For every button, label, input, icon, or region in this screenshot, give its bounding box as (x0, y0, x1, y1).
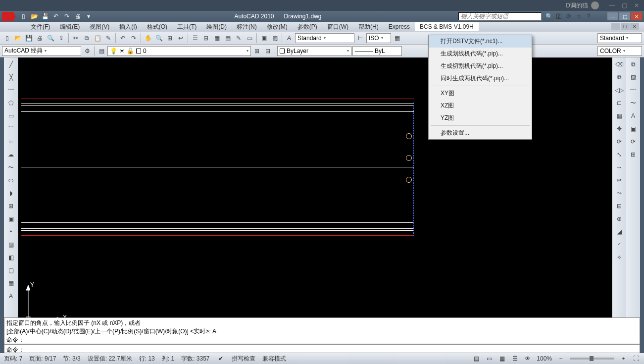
move-icon[interactable]: ✥ (614, 124, 624, 134)
polyline-icon[interactable]: 〰 (6, 85, 16, 95)
os-max-icon[interactable]: ▢ (622, 2, 627, 9)
command-input[interactable] (30, 346, 104, 353)
ellipse-icon[interactable]: ⬭ (6, 175, 16, 185)
pedit-icon[interactable]: 〰 (628, 85, 638, 95)
menu-file[interactable]: 文件(F) (26, 22, 55, 32)
save-icon[interactable]: 💾 (24, 33, 34, 43)
menu-insert[interactable]: 插入(I) (114, 22, 142, 32)
menu-gen-both[interactable]: 同时生成两机代码(*.pip)... (429, 72, 532, 85)
zoom-in-icon[interactable]: + (619, 355, 627, 363)
doc-min-button[interactable]: — (611, 23, 620, 30)
line-icon[interactable]: ╱ (6, 59, 16, 69)
print-icon[interactable]: 🖨 (73, 12, 82, 21)
search-binoculars-icon[interactable]: 🔍 (545, 12, 553, 20)
ellipsearc-icon[interactable]: ◗ (6, 188, 16, 198)
region-icon[interactable]: ▢ (6, 265, 16, 275)
designcenter-icon[interactable]: ⊟ (201, 33, 211, 43)
menu-help[interactable]: 帮助(H) (353, 22, 384, 32)
open-icon[interactable]: 📂 (30, 12, 39, 21)
menu-window[interactable]: 窗口(W) (322, 22, 353, 32)
point-icon[interactable]: • (6, 227, 16, 237)
chamfer-icon[interactable]: ◢ (614, 227, 624, 237)
text-icon[interactable]: A (284, 33, 294, 43)
xline-icon[interactable]: ╳ (6, 72, 16, 82)
rectangle-icon[interactable]: ▭ (6, 111, 16, 121)
maximize-button[interactable]: ▢ (619, 12, 630, 20)
view-web-icon[interactable]: ▦ (498, 355, 506, 363)
new-icon[interactable]: ▯ (2, 33, 12, 43)
menu-bcs-bms[interactable]: BCS & BMS V1.09H (415, 22, 479, 31)
open-icon[interactable]: 📂 (13, 33, 23, 43)
menu-xy-view[interactable]: XY图 (429, 87, 532, 100)
table-style-combo[interactable]: Standard ▾ (597, 33, 642, 43)
draworder-icon[interactable]: ⧉ (628, 59, 638, 69)
menu-format[interactable]: 格式(O) (142, 22, 172, 32)
menu-open-dstv[interactable]: 打开DSTV文件(*.nc1)... (429, 35, 532, 48)
gradient-icon[interactable]: ◧ (6, 253, 16, 262)
key-icon[interactable]: ⚿ (555, 12, 563, 20)
offset-icon[interactable]: ⊏ (614, 98, 624, 108)
infocenter-search-input[interactable] (458, 12, 542, 21)
splinedit-icon[interactable]: 〜 (628, 98, 638, 108)
hatch-icon[interactable]: ▨ (270, 33, 280, 43)
menu-view[interactable]: 视图(V) (85, 22, 114, 32)
copy-icon[interactable]: ⧉ (82, 33, 92, 43)
view-print-icon[interactable]: ▤ (472, 355, 480, 363)
makeblock-icon[interactable]: ▣ (6, 214, 16, 224)
erase-icon[interactable]: ⌫ (614, 59, 624, 69)
toolpalette-icon[interactable]: ▦ (212, 33, 222, 43)
redo-icon[interactable]: ↷ (129, 33, 139, 43)
arc-icon[interactable]: ⌒ (6, 124, 16, 134)
menu-modify[interactable]: 修改(M) (262, 22, 293, 32)
join-icon[interactable]: ⊕ (614, 214, 624, 224)
pan-icon[interactable]: ✋ (143, 33, 153, 43)
doc-restore-button[interactable]: ❐ (621, 23, 630, 30)
stretch-icon[interactable]: ↔ (614, 162, 624, 172)
circle-icon[interactable]: ○ (6, 137, 16, 147)
zoom-win-icon[interactable]: ⊞ (165, 33, 175, 43)
plot-icon[interactable]: 🖨 (35, 33, 45, 43)
os-min-icon[interactable]: — (609, 2, 615, 9)
new-icon[interactable]: ▯ (19, 12, 28, 21)
trim-icon[interactable]: ✂ (614, 175, 624, 185)
hatch-edit-icon[interactable]: ▨ (628, 72, 638, 82)
menu-dimension[interactable]: 标注(N) (232, 22, 262, 32)
layer-prop-icon[interactable]: ▤ (97, 46, 106, 56)
view-draft-icon[interactable]: 👁 (524, 355, 532, 363)
undo-icon[interactable]: ↶ (51, 12, 60, 21)
close-button[interactable]: ✕ (631, 12, 642, 20)
layer-iso-icon[interactable]: ⊟ (263, 46, 273, 56)
menu-express[interactable]: Express (384, 22, 415, 31)
properties-icon[interactable]: ☰ (190, 33, 200, 43)
publish-icon[interactable]: ⇪ (56, 33, 66, 43)
help-icon[interactable]: ? (585, 12, 593, 20)
favorite-icon[interactable]: ☆ (575, 12, 583, 20)
block-icon[interactable]: ▣ (259, 33, 269, 43)
zoom-prev-icon[interactable]: ↩ (176, 33, 186, 43)
insert-icon[interactable]: ⊞ (6, 201, 16, 211)
dim-style-combo[interactable]: ISO ▾ (366, 33, 391, 43)
spline-icon[interactable]: 〜 (6, 162, 16, 172)
menu-params[interactable]: 参数设置... (429, 127, 532, 139)
match-icon[interactable]: ✎ (103, 33, 113, 43)
fillet-icon[interactable]: ◜ (614, 240, 624, 250)
attedit-icon[interactable]: A (628, 111, 638, 121)
rotate-icon[interactable]: ⟳ (614, 137, 624, 147)
plotstyle-combo[interactable]: COLOR ▾ (597, 46, 642, 56)
menu-yz-view[interactable]: YZ图 (429, 112, 532, 124)
zoom-rt-icon[interactable]: 🔍 (154, 33, 164, 43)
menu-parametric[interactable]: 参数(P) (293, 22, 322, 32)
xref-icon[interactable]: ⊞ (628, 150, 638, 159)
copy-icon[interactable]: ⧉ (614, 72, 624, 82)
polygon-icon[interactable]: ⬠ (6, 98, 16, 108)
paste-icon[interactable]: 📋 (93, 33, 102, 43)
extend-icon[interactable]: ⤳ (614, 188, 624, 198)
doc-close-button[interactable]: ✕ (630, 23, 639, 30)
array-icon[interactable]: ▦ (614, 111, 624, 121)
calc-icon[interactable]: ▭ (245, 33, 254, 43)
qat-dropdown-icon[interactable]: ▾ (84, 12, 93, 21)
sheetset-icon[interactable]: ▤ (223, 33, 233, 43)
spellcheck-icon[interactable]: ✔ (217, 355, 225, 363)
preview-icon[interactable]: 🔍 (46, 33, 55, 43)
menu-tools[interactable]: 工具(T) (172, 22, 201, 32)
